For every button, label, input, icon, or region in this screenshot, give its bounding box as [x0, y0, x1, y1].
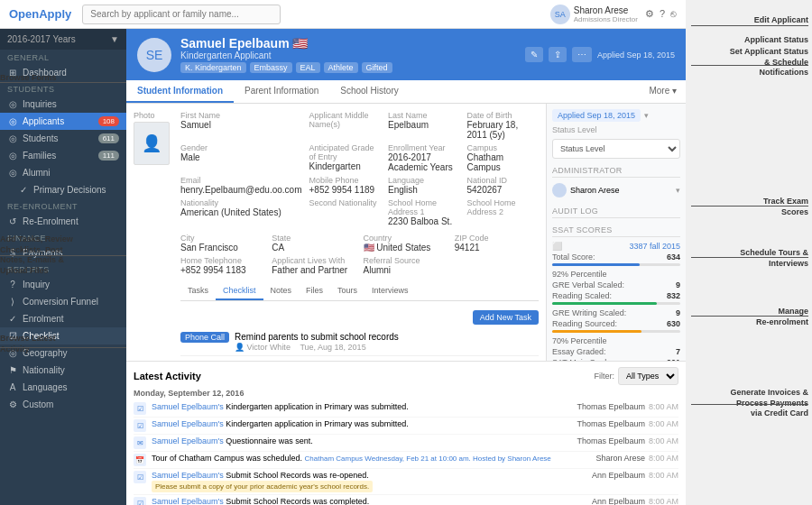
- sidebar-item-inquiry[interactable]: ? Inquiry: [0, 276, 126, 293]
- activity-icon-6: ☑: [134, 497, 146, 505]
- score-label-math: Total Score:: [552, 252, 595, 262]
- inner-tab-notes[interactable]: Notes: [263, 282, 300, 300]
- sidebar-year[interactable]: 2016-2017 Years ▼: [0, 29, 126, 50]
- field-email-val: henry.Epelbaum@edu.oo.com: [180, 185, 302, 195]
- field-address1-label: School Home Address 1: [388, 198, 460, 216]
- filter-select[interactable]: All Types: [618, 367, 678, 385]
- applicant-header-right: ✎ ⇪ ⋯ Applied Sep 18, 2015: [525, 47, 675, 62]
- sidebar-label-primary-decisions: Primary Decisions: [33, 185, 106, 195]
- settings-icon[interactable]: ⚙: [645, 8, 654, 20]
- share-btn[interactable]: ⇪: [549, 47, 567, 62]
- tab-parent-info[interactable]: Parent Information: [234, 80, 329, 103]
- payments-icon: $: [7, 248, 18, 258]
- score-label-quant: 70% Percentile: [552, 336, 607, 345]
- sidebar-item-families[interactable]: ◎ Families 111: [0, 147, 126, 164]
- field-address1-val: 2230 Balboa St.: [388, 216, 460, 226]
- sidebar-item-primary-decisions[interactable]: ✓ Primary Decisions: [0, 181, 126, 198]
- field-dob: Date of Birth February 18, 2011 (5y): [467, 111, 540, 140]
- tag-gifted: Gifted: [362, 62, 392, 73]
- sidebar-item-checklist[interactable]: ☑ Checklist: [0, 327, 126, 344]
- field-grade-val: Kindergarten: [309, 161, 382, 171]
- field-last-name: Last Name Epelbaum: [388, 111, 460, 140]
- tag-kindergarten: K. Kindergarten: [180, 62, 246, 73]
- inner-tab-files[interactable]: Files: [299, 282, 330, 300]
- logout-icon[interactable]: ⎋: [670, 8, 677, 20]
- status-level-select[interactable]: Status Level: [552, 139, 680, 159]
- sidebar-item-enrolment[interactable]: ✓ Enrolment: [0, 310, 126, 327]
- sidebar-item-alumni[interactable]: ◎ Alumni: [0, 164, 126, 181]
- help-icon[interactable]: ?: [660, 8, 665, 20]
- inner-tab-checklist[interactable]: Checklist: [216, 282, 263, 300]
- body-area: 2016-2017 Years ▼ GENERAL ⊞ Dashboard ST…: [0, 29, 686, 505]
- sidebar-label-alumni: Alumni: [23, 168, 51, 178]
- sidebar-label-applicants: Applicants: [23, 116, 64, 126]
- assignee-dropdown[interactable]: ▾: [676, 186, 680, 195]
- geography-icon: ◎: [7, 348, 18, 358]
- field-country-val: 🇺🇸 United States: [364, 243, 448, 252]
- ssat-section: SSAT SCORES ⬜ 3387 fall 2015 Total Score…: [552, 225, 680, 361]
- field-address1: School Home Address 1 2230 Balboa St.: [388, 198, 460, 226]
- annotation-set-status: Set Applicant Status& ScheduleNotificati…: [730, 47, 808, 78]
- score-val-gre-verbal: 9: [676, 280, 680, 289]
- field-enrollment-year: Enrollment Year 2016-2017 Academic Years: [388, 143, 460, 172]
- navbar-right: SA Sharon Arese Admissions Director ⚙ ? …: [550, 5, 677, 24]
- field-middle-name-label: Applicant Middle Name(s): [309, 111, 382, 129]
- applicant-info: Samuel Epelbaum 🇺🇸 Kindergarten Applican…: [180, 36, 516, 73]
- field-national-id: National ID 5420267: [467, 176, 540, 195]
- field-mobile-label: Mobile Phone: [309, 176, 382, 185]
- sidebar-item-applicants[interactable]: ◎ Applicants 108: [0, 113, 126, 130]
- inner-tab-tasks[interactable]: Tasks: [180, 282, 216, 300]
- sidebar-item-students[interactable]: ◎ Students 611: [0, 130, 126, 147]
- annotation-line-reenrolment: [691, 316, 808, 317]
- activity-link-3[interactable]: Samuel Epelbaum's: [152, 436, 224, 445]
- task-meta: 👤 Victor White Tue, Aug 18, 2015: [235, 343, 399, 352]
- activity-link-6[interactable]: Samuel Epelbaum's: [152, 497, 224, 505]
- content-columns: Photo 👤 First Name Samuel: [126, 104, 686, 361]
- tab-more[interactable]: More ▾: [640, 80, 686, 103]
- search-input[interactable]: [82, 5, 281, 24]
- field-first-name-val: Samuel: [180, 120, 302, 130]
- activity-item-2: ☑ Samuel Epelbaum's Kindergarten applica…: [134, 418, 678, 435]
- activity-content-6: Samuel Epelbaum's Submit School Records …: [152, 497, 373, 505]
- add-task-btn[interactable]: Add New Task: [473, 310, 539, 325]
- inner-tab-interviews[interactable]: Interviews: [364, 282, 416, 300]
- sidebar-section-finance: FINANCE: [0, 230, 126, 244]
- field-mobile-val: +852 9954 1189: [309, 185, 382, 195]
- score-val-reading: 832: [667, 291, 680, 300]
- sidebar-item-custom[interactable]: ⚙ Custom: [0, 396, 126, 413]
- avatar: SA: [550, 5, 570, 24]
- activity-item-5: ☑ Samuel Epelbaum's Submit School Record…: [134, 469, 678, 495]
- sidebar-label-inquiries: Inquiries: [23, 99, 57, 109]
- app-brand: OpenApply: [9, 7, 71, 21]
- field-national-id-label: National ID: [467, 176, 540, 185]
- activity-link-1[interactable]: Samuel Epelbaum's: [152, 402, 224, 411]
- sidebar-item-languages[interactable]: A Languages: [0, 379, 126, 396]
- sidebar-item-geography[interactable]: ◎ Geography: [0, 344, 126, 362]
- edit-btn[interactable]: ✎: [525, 47, 543, 62]
- sidebar-item-re-enrolment[interactable]: ↺ Re-Enrolment: [0, 213, 126, 230]
- dropdown-icon: ▾: [644, 111, 649, 120]
- more-btn[interactable]: ⋯: [572, 47, 592, 62]
- sidebar-item-inquiries[interactable]: ◎ Inquiries: [0, 96, 126, 113]
- field-enrollment-year-label: Enrollment Year: [388, 143, 460, 152]
- sidebar-item-nationality[interactable]: ⚑ Nationality: [0, 362, 126, 379]
- annotation-track-exam: Track ExamScores: [763, 197, 808, 217]
- admin-section-title: ADMINISTRATOR: [552, 166, 680, 178]
- sidebar-item-conversion-funnel[interactable]: ⟩ Conversion Funnel: [0, 293, 126, 310]
- inner-tab-tours[interactable]: Tours: [330, 282, 364, 300]
- activity-item-4: 📅 Tour of Chatham Campus was scheduled. …: [134, 452, 678, 469]
- sidebar-section-re-enrolment: RE-ENROLMENT: [0, 198, 126, 213]
- activity-link-5[interactable]: Samuel Epelbaum's: [152, 471, 224, 480]
- nationality-icon: ⚑: [7, 365, 18, 375]
- sidebar-item-payments[interactable]: $ Payments: [0, 244, 126, 262]
- activity-link-2[interactable]: Samuel Epelbaum's: [152, 419, 224, 428]
- applicant-flag: 🇺🇸: [292, 36, 308, 50]
- tab-student-info[interactable]: Student Information: [126, 80, 234, 103]
- tab-school-history[interactable]: School History: [329, 80, 409, 103]
- field-address2-label: School Home Address 2: [467, 198, 540, 216]
- field-dob-label: Date of Birth: [467, 111, 540, 120]
- score-row-math: Total Score: 634: [552, 252, 680, 262]
- task-content: Remind parents to submit school records …: [235, 332, 399, 352]
- sidebar-item-dashboard[interactable]: ⊞ Dashboard: [0, 64, 126, 81]
- activity-item-6: ☑ Samuel Epelbaum's Submit School Record…: [134, 495, 678, 505]
